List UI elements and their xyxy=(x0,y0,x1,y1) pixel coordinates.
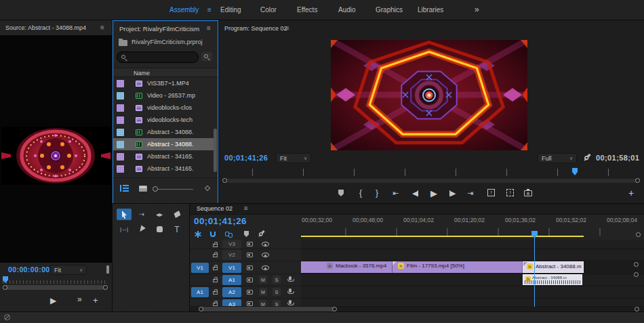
tab-effects[interactable]: Effects xyxy=(297,6,317,14)
source-patch-v1[interactable]: V1 xyxy=(191,263,209,273)
lock-icon[interactable] xyxy=(213,303,218,306)
timeline-ruler[interactable]: 00;00;32;00 00;00;48;00 00;01;04;02 00;0… xyxy=(301,215,644,238)
timeline-add-marker-icon[interactable] xyxy=(244,231,249,237)
program-resolution-select[interactable]: Full ∨ xyxy=(538,153,577,163)
program-zoom-select[interactable]: Fit ∨ xyxy=(276,153,311,163)
tab-libraries[interactable]: Libraries xyxy=(418,6,443,14)
source-zoom-select[interactable]: Fit ∨ xyxy=(50,265,87,275)
source-overflow-icon[interactable]: » xyxy=(77,295,82,303)
mute-button[interactable]: M xyxy=(259,276,267,284)
project-search-bin-button[interactable] xyxy=(201,52,212,61)
add-marker-button[interactable] xyxy=(338,190,344,196)
work-area-bar[interactable] xyxy=(301,236,584,237)
label-swatch[interactable] xyxy=(117,80,124,87)
linked-selection-icon[interactable] xyxy=(225,232,233,238)
track-target-a2[interactable]: A2 xyxy=(222,287,241,297)
track-lane-v2[interactable] xyxy=(301,249,644,261)
source-monitor-menu-icon[interactable]: ≡ xyxy=(100,24,104,31)
timeline-display-settings-icon[interactable] xyxy=(258,230,265,238)
lock-icon[interactable] xyxy=(213,254,218,257)
settings-wrench-icon[interactable] xyxy=(583,154,591,162)
timeline-hscroll-far-right-handle[interactable] xyxy=(635,307,639,311)
zoom-slider-knob[interactable] xyxy=(153,186,158,192)
timeline-hscroll-left-handle[interactable] xyxy=(199,307,203,311)
mic-icon[interactable] xyxy=(289,276,291,280)
timeline-tab-sequence[interactable]: Sequence 02 xyxy=(197,205,233,212)
lock-icon[interactable] xyxy=(213,279,218,282)
slip-tool-button[interactable]: |↔| xyxy=(117,223,132,235)
tab-graphics[interactable]: Graphics xyxy=(376,6,403,14)
program-button-editor-button[interactable]: + xyxy=(628,188,634,198)
step-back-button[interactable]: ◀ xyxy=(412,190,418,197)
track-output-icon[interactable] xyxy=(247,265,253,270)
source-timecode[interactable]: 00:00:00:00 xyxy=(8,265,50,274)
export-frame-button[interactable] xyxy=(524,190,532,196)
mic-icon[interactable] xyxy=(289,288,291,293)
hand-tool-button[interactable] xyxy=(152,223,167,235)
solo-button[interactable]: S xyxy=(273,276,281,284)
source-scrollbar[interactable] xyxy=(4,285,104,290)
project-file-name[interactable]: RivalryFilmCriticism.prproj xyxy=(132,39,203,45)
tab-audio[interactable]: Audio xyxy=(338,6,356,14)
track-target-a1[interactable]: A1 xyxy=(222,275,241,285)
list-item[interactable]: videoblocks-tech xyxy=(113,114,215,126)
eye-icon[interactable] xyxy=(262,265,269,270)
timeline-hscroll-right-handle[interactable] xyxy=(332,307,337,311)
label-swatch[interactable] xyxy=(117,116,124,124)
timeline-timecode[interactable]: 00;01;41;26 xyxy=(194,216,247,226)
list-item[interactable]: videoblocks-clos xyxy=(113,102,215,114)
captions-disabled-icon[interactable] xyxy=(4,314,10,320)
lock-icon[interactable] xyxy=(213,291,218,295)
selection-tool-button[interactable] xyxy=(117,209,132,220)
workspace-menu-icon[interactable]: ≡ xyxy=(207,6,212,14)
program-monitor-menu-icon[interactable]: ≡ xyxy=(285,24,289,32)
project-panel-title[interactable]: Project: RivalryFilmCriticism xyxy=(119,25,199,33)
nest-toggle-icon[interactable] xyxy=(194,230,202,238)
mic-icon[interactable] xyxy=(289,300,291,304)
track-lane-v3[interactable] xyxy=(301,240,644,249)
clip-macbook[interactable]: fx Macbook - 3576.mp4 xyxy=(301,261,393,273)
timeline-vscroll-top-handle[interactable] xyxy=(634,262,639,267)
type-tool-button[interactable]: T xyxy=(169,223,184,235)
project-scrollbar-thumb[interactable] xyxy=(214,129,217,172)
track-target-v1[interactable]: V1 xyxy=(222,263,241,273)
track-output-icon[interactable] xyxy=(247,278,253,282)
track-output-icon[interactable] xyxy=(247,301,253,306)
project-panel-menu-icon[interactable]: ≡ xyxy=(207,24,211,32)
workspace-overflow-icon[interactable]: » xyxy=(475,5,479,14)
name-column-header[interactable]: Name xyxy=(134,70,150,77)
track-target-v3[interactable]: V3 xyxy=(222,240,241,249)
project-list-header[interactable]: Name xyxy=(113,68,218,77)
program-scrollbar[interactable] xyxy=(224,179,639,183)
play-button[interactable]: ▶ xyxy=(430,189,437,198)
clip-abstract-audio[interactable]: fx Abstract - 34088.m xyxy=(523,274,582,285)
track-lane-a3[interactable] xyxy=(301,299,644,307)
track-target-a3[interactable]: A3 xyxy=(222,299,241,307)
eye-icon[interactable] xyxy=(262,242,269,246)
mute-button[interactable]: M xyxy=(259,300,267,307)
ripple-edit-tool-button[interactable]: ◂▸ xyxy=(152,209,167,220)
timeline-vscroll-bottom-handle[interactable] xyxy=(634,272,639,277)
tab-editing[interactable]: Editing xyxy=(220,6,241,14)
eye-icon[interactable] xyxy=(262,253,269,257)
solo-button[interactable]: S xyxy=(273,288,281,296)
list-view-button[interactable] xyxy=(120,185,129,192)
label-swatch[interactable] xyxy=(117,153,124,160)
icon-view-button[interactable] xyxy=(139,186,147,192)
tab-assembly[interactable]: Assembly xyxy=(169,6,199,14)
source-settings-icon[interactable] xyxy=(106,265,109,274)
project-search-input[interactable] xyxy=(117,51,199,63)
source-play-button[interactable]: ▶ xyxy=(50,297,56,305)
timeline-hscroll-thumb[interactable] xyxy=(200,307,336,311)
label-swatch[interactable] xyxy=(117,104,124,112)
source-scrollbar-right-handle[interactable] xyxy=(103,285,108,290)
snap-icon[interactable] xyxy=(210,232,216,237)
solo-button[interactable]: S xyxy=(273,300,281,307)
track-select-forward-tool-button[interactable]: ⇢ xyxy=(134,209,149,220)
clip-film[interactable]: fx Film - 17793.mp4 [50%] xyxy=(393,261,523,273)
source-monitor-title[interactable]: Source: Abstract - 34088.mp4 xyxy=(5,24,86,31)
list-item[interactable]: Abstract - 34088. xyxy=(113,126,215,138)
mark-out-button[interactable]: } xyxy=(376,189,378,197)
track-output-icon[interactable] xyxy=(247,253,253,257)
clip-abstract-video[interactable]: fx Abstract - 34088.m xyxy=(523,261,584,273)
